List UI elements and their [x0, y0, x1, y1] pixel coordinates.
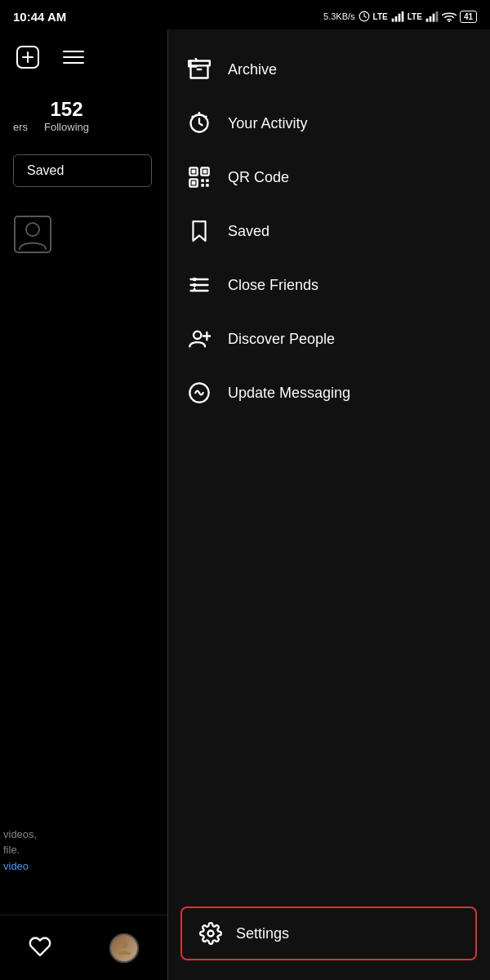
svg-point-44: [208, 931, 214, 937]
svg-rect-32: [201, 184, 204, 187]
qr-svg: [188, 166, 211, 189]
add-button[interactable]: [13, 42, 42, 72]
saved-menu-icon: [187, 219, 212, 243]
activity-icon: [187, 111, 212, 136]
svg-point-22: [198, 114, 201, 116]
close-friends-svg: [188, 274, 211, 296]
battery-indicator: 41: [460, 11, 477, 23]
svg-point-37: [193, 278, 197, 282]
svg-rect-7: [433, 14, 435, 22]
menu-item-qr-code[interactable]: QR Code: [167, 150, 490, 204]
wifi-icon: [442, 11, 457, 22]
svg-point-40: [194, 332, 201, 339]
svg-rect-5: [426, 19, 429, 22]
profile-stats: ers 152 Following: [0, 82, 167, 146]
following-count: 152: [51, 98, 83, 121]
activity-label: Your Activity: [228, 115, 307, 132]
saved-button[interactable]: Saved: [13, 154, 152, 187]
svg-rect-31: [206, 179, 209, 182]
heart-icon: [29, 935, 51, 958]
menu-item-update-messaging[interactable]: Update Messaging: [167, 366, 490, 420]
qr-icon: [187, 165, 212, 189]
discover-svg: [188, 327, 211, 350]
svg-point-23: [205, 115, 207, 118]
messaging-svg: [188, 381, 211, 404]
svg-rect-27: [192, 170, 196, 174]
saved-menu-label: Saved: [228, 223, 270, 240]
plus-square-icon: [15, 44, 41, 70]
svg-rect-33: [206, 184, 209, 187]
svg-point-18: [121, 942, 127, 948]
top-icons: [0, 29, 167, 82]
following-label: Following: [44, 121, 89, 133]
svg-point-17: [26, 223, 39, 236]
settings-label: Settings: [236, 925, 289, 942]
signal-icon: [391, 11, 404, 22]
bottom-text-line1: videos,: [3, 828, 37, 840]
svg-point-21: [191, 115, 194, 118]
blue-link[interactable]: video: [3, 860, 29, 872]
archive-icon: [187, 57, 212, 82]
menu-item-your-activity[interactable]: Your Activity: [167, 96, 490, 150]
discover-label: Discover People: [228, 331, 335, 348]
menu-item-close-friends[interactable]: Close Friends: [167, 258, 490, 312]
menu-item-discover-people[interactable]: Discover People: [167, 312, 490, 366]
left-panel: ers 152 Following Saved videos, file. vi…: [0, 29, 167, 980]
followers-partial: ers: [13, 98, 28, 133]
network-speed: 5.3KB/s: [323, 11, 355, 21]
svg-rect-6: [430, 16, 432, 22]
svg-rect-29: [192, 181, 196, 185]
signal-icon2: [425, 11, 439, 22]
svg-rect-1: [391, 19, 394, 22]
status-time: 10:44 AM: [13, 10, 66, 24]
svg-rect-30: [201, 179, 204, 182]
person-placeholder-icon: [13, 215, 52, 254]
svg-rect-2: [394, 16, 397, 22]
svg-point-9: [448, 20, 450, 22]
menu-items-list: Archive Your Activity: [167, 29, 490, 897]
drawer-menu: Archive Your Activity: [167, 29, 490, 980]
hamburger-button[interactable]: [59, 42, 88, 72]
clock-icon: [359, 11, 370, 22]
menu-item-saved[interactable]: Saved: [167, 204, 490, 258]
bottom-text-line2: file.: [3, 844, 20, 856]
archive-svg: [188, 58, 211, 81]
status-bar: 10:44 AM 5.3KB/s LTE LTE 41: [0, 0, 490, 29]
close-friends-label: Close Friends: [228, 277, 318, 294]
close-friends-icon: [187, 273, 212, 297]
gear-svg: [199, 922, 222, 945]
qr-label: QR Code: [228, 169, 289, 186]
lte-badge2: LTE: [408, 12, 422, 21]
messaging-icon: [187, 381, 212, 405]
lte-badge: LTE: [373, 12, 388, 21]
settings-icon: [198, 921, 223, 946]
settings-button[interactable]: Settings: [180, 906, 477, 960]
svg-rect-4: [401, 11, 403, 22]
discover-icon: [187, 327, 212, 351]
status-right: 5.3KB/s LTE LTE 41: [323, 11, 477, 23]
following-stat[interactable]: 152 Following: [44, 98, 89, 133]
svg-rect-3: [398, 14, 400, 22]
person-icon-area: [0, 202, 167, 270]
messaging-label: Update Messaging: [228, 385, 350, 402]
bookmark-svg: [189, 220, 210, 243]
svg-rect-8: [436, 11, 439, 22]
avatar-button[interactable]: [109, 933, 139, 963]
archive-label: Archive: [228, 61, 277, 78]
svg-rect-28: [203, 170, 207, 174]
activity-svg: [188, 112, 211, 135]
panel-divider: [167, 29, 168, 980]
svg-point-38: [193, 283, 197, 287]
menu-item-archive[interactable]: Archive: [167, 42, 490, 96]
avatar-icon: [114, 938, 134, 958]
hamburger-icon: [62, 48, 85, 66]
bottom-text: videos, file. video: [0, 826, 40, 875]
bottom-nav: [0, 915, 167, 980]
heart-button[interactable]: [29, 935, 51, 961]
